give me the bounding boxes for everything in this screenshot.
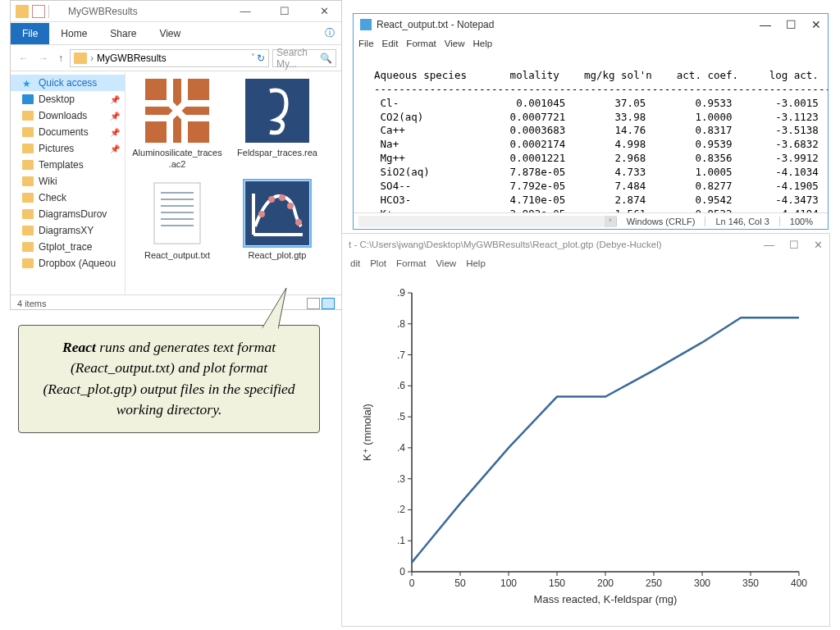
sidebar: ★Quick accessDesktop📌Downloads📌Documents… — [11, 71, 126, 294]
address-bar[interactable]: › MyGWBResults ˅ ↻ — [70, 49, 269, 67]
close-button[interactable]: ✕ — [312, 5, 336, 17]
svg-text:0: 0 — [409, 578, 415, 589]
svg-text:.3: .3 — [397, 473, 405, 485]
folder-icon — [16, 5, 29, 18]
sidebar-item[interactable]: Wiki — [11, 173, 125, 189]
notepad-titlebar: React_output.txt - Notepad — ☐ ✕ — [354, 14, 828, 35]
sidebar-label: DiagramsDurov — [39, 208, 107, 220]
details-view-button[interactable] — [307, 298, 320, 309]
menu-item[interactable]: Plot — [370, 258, 386, 268]
folder-icon — [22, 127, 34, 137]
sidebar-item[interactable]: Pictures📌 — [11, 140, 125, 157]
ribbon-file[interactable]: File — [11, 23, 49, 44]
folder-icon — [22, 209, 34, 219]
zoom: 100% — [779, 217, 823, 226]
sidebar-item[interactable]: Templates — [11, 157, 125, 173]
folder-icon — [22, 144, 34, 153]
maximize-button[interactable]: ☐ — [786, 18, 797, 31]
sidebar-item[interactable]: Dropbox (Aqueou — [11, 255, 125, 272]
svg-point-14 — [295, 219, 302, 226]
svg-text:200: 200 — [597, 578, 614, 589]
maximize-button[interactable]: ☐ — [272, 5, 297, 17]
search-icon: 🔍 — [320, 52, 332, 64]
file-item[interactable]: Feldspar_traces.rea — [232, 78, 322, 171]
ribbon-view[interactable]: View — [148, 23, 192, 44]
folder-icon — [22, 193, 34, 203]
pin-icon: 📌 — [110, 128, 120, 137]
svg-text:.1: .1 — [397, 535, 405, 546]
sidebar-label: Wiki — [39, 176, 57, 187]
scroll-right-button[interactable]: › — [605, 216, 616, 227]
ribbon-home[interactable]: Home — [49, 23, 98, 44]
svg-text:Mass reacted, K-feldspar (mg): Mass reacted, K-feldspar (mg) — [534, 593, 678, 605]
close-button[interactable]: ✕ — [811, 18, 821, 31]
chart: 0501001502002503003504000.1.2.3.4.5.6.7.… — [356, 281, 815, 609]
annotation-callout: React runs and generates text format (Re… — [18, 325, 320, 433]
plot-window: t - C:\Users\jwang\Desktop\MyGWBResults\… — [341, 233, 830, 627]
svg-point-12 — [279, 194, 285, 201]
sidebar-item[interactable]: Downloads📌 — [11, 107, 125, 124]
h-scrollbar[interactable] — [358, 216, 605, 227]
folder-icon — [22, 160, 34, 170]
search-input[interactable]: Search My... 🔍 — [272, 49, 336, 67]
menu-item[interactable]: Help — [473, 39, 493, 48]
file-name: React_plot.gtp — [232, 249, 322, 261]
callout-bold: React — [62, 339, 96, 355]
encoding: Windows (CRLF) — [616, 217, 705, 226]
menu-item[interactable]: Edit — [382, 39, 399, 48]
file-item[interactable]: React_output.txt — [132, 180, 222, 261]
notepad-content[interactable]: Aqueous species molality mg/kg sol'n act… — [354, 52, 828, 212]
refresh-icon[interactable]: ↻ — [257, 52, 265, 64]
dropdown-icon[interactable]: ˅ — [251, 52, 255, 64]
menu-item[interactable]: Format — [396, 258, 426, 268]
svg-text:.5: .5 — [397, 411, 405, 422]
menu-item[interactable]: dit — [350, 258, 360, 268]
menu-item[interactable]: View — [436, 258, 456, 268]
sidebar-label: Templates — [39, 159, 84, 171]
sidebar-item[interactable]: ★Quick access — [11, 75, 125, 91]
plot-title-text: t - C:\Users\jwang\Desktop\MyGWBResults\… — [349, 240, 662, 249]
svg-text:K⁺ (mmolal): K⁺ (mmolal) — [361, 404, 373, 461]
minimize-button[interactable]: — — [764, 239, 774, 251]
ribbon-share[interactable]: Share — [98, 23, 148, 44]
item-count: 4 items — [17, 299, 46, 308]
forward-button[interactable]: → — [35, 51, 52, 66]
svg-point-10 — [258, 211, 265, 217]
svg-point-11 — [268, 196, 275, 203]
folder-icon — [22, 242, 34, 252]
sidebar-label: Check — [39, 192, 66, 203]
svg-text:.4: .4 — [397, 442, 405, 454]
minimize-button[interactable]: — — [760, 18, 771, 31]
svg-text:.9: .9 — [397, 287, 405, 299]
file-name: Aluminosilicate_traces.ac2 — [132, 147, 222, 171]
help-icon[interactable]: ⓘ — [318, 26, 341, 40]
menu-item[interactable]: File — [358, 39, 374, 48]
back-button[interactable]: ← — [16, 51, 32, 66]
file-item[interactable]: Aluminosilicate_traces.ac2 — [132, 78, 222, 171]
sidebar-item[interactable]: Desktop📌 — [11, 91, 125, 107]
minimize-button[interactable]: — — [233, 5, 258, 17]
divider-icon — [48, 5, 62, 18]
pin-icon: 📌 — [110, 112, 120, 121]
sidebar-item[interactable]: DiagramsDurov — [11, 206, 125, 222]
ribbon: File Home Share View ⓘ — [11, 22, 341, 45]
sidebar-item[interactable]: DiagramsXY — [11, 222, 125, 239]
close-button[interactable]: ✕ — [814, 239, 823, 251]
folder-icon: ★ — [22, 78, 34, 88]
menu-item[interactable]: View — [445, 39, 465, 48]
menu-item[interactable]: Format — [406, 39, 436, 48]
menu-item[interactable]: Help — [466, 258, 486, 268]
up-button[interactable]: ↑ — [55, 51, 66, 66]
maximize-button[interactable]: ☐ — [789, 239, 799, 251]
notepad-menu: FileEditFormatViewHelp — [354, 35, 828, 52]
svg-point-13 — [287, 203, 294, 209]
sidebar-item[interactable]: Documents📌 — [11, 124, 125, 140]
sidebar-label: Pictures — [39, 143, 74, 154]
sidebar-label: Desktop — [39, 94, 75, 105]
sidebar-label: Dropbox (Aqueou — [39, 258, 116, 269]
icons-view-button[interactable] — [322, 298, 335, 309]
sidebar-item[interactable]: Check — [11, 189, 125, 206]
sidebar-item[interactable]: Gtplot_trace — [11, 239, 125, 255]
file-item[interactable]: React_plot.gtp — [232, 180, 322, 261]
notepad-title: React_output.txt - Notepad — [377, 19, 494, 30]
